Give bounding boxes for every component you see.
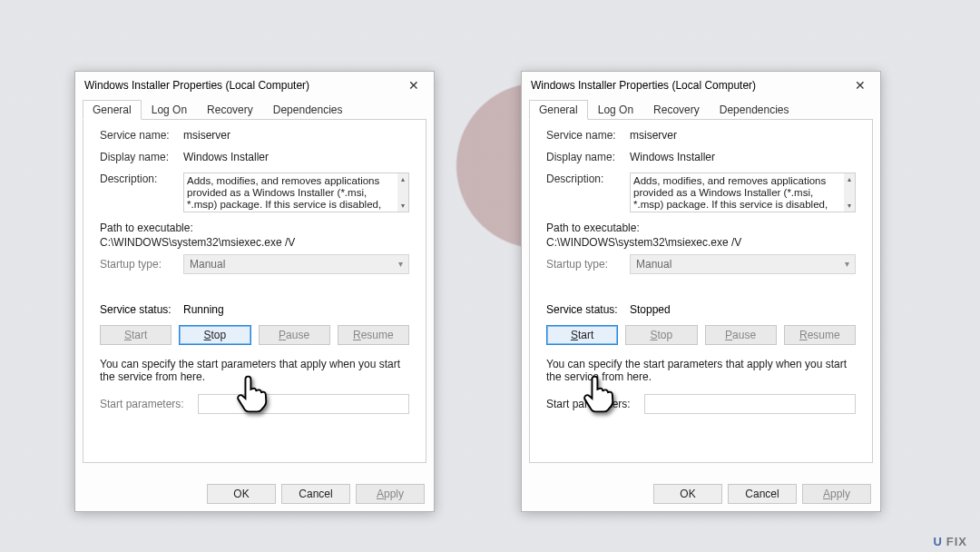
tab-panel-general: Service name: msiserver Display name: Wi… (529, 120, 873, 463)
service-name-value: msiserver (183, 129, 409, 142)
resume-button: Resume (338, 325, 409, 345)
start-params-hint: You can specify the start parameters tha… (546, 358, 856, 383)
properties-dialog-left: Windows Installer Properties (Local Comp… (74, 71, 435, 512)
tabs: General Log On Recovery Dependencies (83, 99, 426, 120)
start-params-input[interactable] (644, 394, 856, 414)
chevron-down-icon: ▾ (398, 259, 403, 269)
cancel-button[interactable]: Cancel (728, 484, 797, 504)
service-status-label: Service status: (546, 303, 630, 316)
apply-button: Apply (356, 484, 425, 504)
startup-type-select: Manual ▾ (183, 254, 409, 274)
start-params-hint: You can specify the start parameters tha… (100, 358, 409, 383)
stop-button[interactable]: Stop (179, 325, 250, 345)
description-label: Description: (546, 172, 630, 185)
start-params-input (198, 394, 409, 414)
startup-type-value: Manual (636, 258, 671, 271)
service-name-label: Service name: (100, 129, 183, 142)
chevron-up-icon[interactable]: ▴ (844, 173, 855, 185)
startup-type-label: Startup type: (546, 258, 630, 271)
description-textbox[interactable]: Adds, modifies, and removes applications… (630, 172, 856, 212)
startup-type-select: Manual ▾ (630, 254, 856, 274)
startup-type-value: Manual (190, 258, 225, 271)
tab-log-on[interactable]: Log On (142, 100, 197, 120)
path-label: Path to executable: (546, 222, 856, 234)
service-name-label: Service name: (546, 129, 630, 142)
service-status-label: Service status: (100, 303, 183, 316)
control-buttons: Start Stop Pause Resume (546, 325, 856, 345)
tab-dependencies[interactable]: Dependencies (710, 100, 799, 120)
resume-button: Resume (784, 325, 856, 345)
dialog-bottom-buttons: OK Cancel Apply (207, 484, 425, 504)
pause-button: Pause (259, 325, 330, 345)
watermark: UFIX (933, 535, 967, 548)
path-value: C:\WINDOWS\system32\msiexec.exe /V (546, 236, 856, 249)
display-name-value: Windows Installer (630, 151, 856, 163)
chevron-down-icon[interactable]: ▾ (844, 200, 855, 212)
tabs: General Log On Recovery Dependencies (529, 99, 873, 120)
display-name-value: Windows Installer (183, 151, 409, 163)
ok-button[interactable]: OK (207, 484, 276, 504)
service-status-value: Running (183, 303, 224, 316)
tab-dependencies[interactable]: Dependencies (263, 100, 353, 120)
tab-general[interactable]: General (529, 100, 588, 120)
description-text: Adds, modifies, and removes applications… (187, 175, 381, 212)
tab-general[interactable]: General (83, 100, 142, 120)
dialog-bottom-buttons: OK Cancel Apply (653, 484, 871, 504)
properties-dialog-right: Windows Installer Properties (Local Comp… (521, 71, 881, 512)
tab-recovery[interactable]: Recovery (197, 100, 263, 120)
tab-panel-general: Service name: msiserver Display name: Wi… (83, 120, 426, 463)
start-params-label: Start parameters: (100, 398, 198, 410)
ok-button[interactable]: OK (653, 484, 722, 504)
stop-button: Stop (625, 325, 697, 345)
description-text: Adds, modifies, and removes applications… (633, 175, 828, 212)
description-textbox[interactable]: Adds, modifies, and removes applications… (183, 172, 409, 212)
tab-log-on[interactable]: Log On (588, 100, 643, 120)
startup-type-label: Startup type: (100, 258, 183, 271)
description-scrollbar[interactable]: ▴▾ (844, 173, 855, 212)
window-title: Windows Installer Properties (Local Comp… (531, 79, 756, 92)
titlebar[interactable]: Windows Installer Properties (Local Comp… (75, 72, 434, 99)
titlebar[interactable]: Windows Installer Properties (Local Comp… (522, 72, 880, 99)
start-button: Start (100, 325, 172, 345)
path-label: Path to executable: (100, 222, 409, 234)
display-name-label: Display name: (546, 151, 630, 163)
start-params-label: Start parameters: (546, 398, 644, 410)
cancel-button[interactable]: Cancel (281, 484, 350, 504)
display-name-label: Display name: (100, 151, 183, 163)
close-icon[interactable]: ✕ (401, 77, 426, 94)
service-name-value: msiserver (630, 129, 856, 142)
apply-button: Apply (802, 484, 871, 504)
path-value: C:\WINDOWS\system32\msiexec.exe /V (100, 236, 409, 249)
close-icon[interactable]: ✕ (848, 77, 873, 94)
service-status-value: Stopped (630, 303, 671, 316)
description-scrollbar[interactable]: ▴▾ (397, 173, 408, 212)
start-button[interactable]: Start (546, 325, 618, 345)
description-label: Description: (100, 172, 183, 185)
pause-button: Pause (705, 325, 777, 345)
tab-recovery[interactable]: Recovery (643, 100, 710, 120)
control-buttons: Start Stop Pause Resume (100, 325, 409, 345)
chevron-up-icon[interactable]: ▴ (397, 173, 408, 185)
chevron-down-icon[interactable]: ▾ (397, 200, 408, 212)
window-title: Windows Installer Properties (Local Comp… (84, 79, 309, 92)
chevron-down-icon: ▾ (845, 259, 849, 269)
